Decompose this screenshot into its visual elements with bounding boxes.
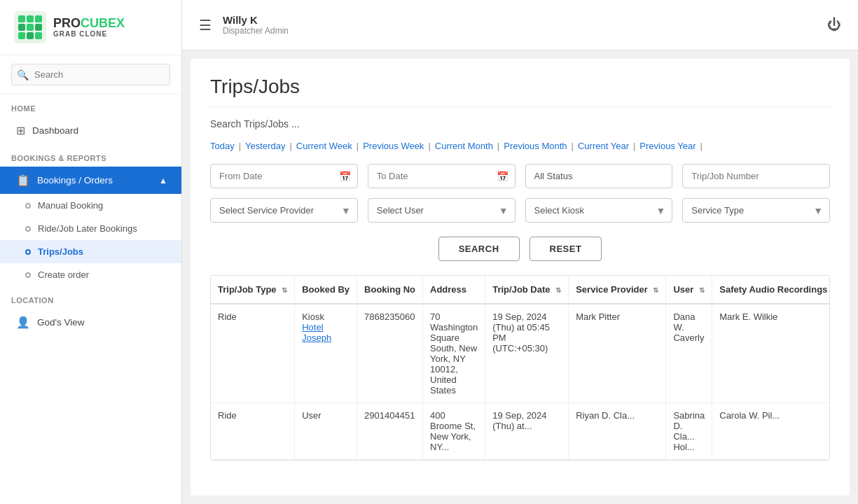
kiosk-select-wrapper: Select Kiosk ▼	[525, 198, 673, 223]
trip-number-wrapper	[682, 164, 830, 188]
search-button[interactable]: SEARCH	[438, 237, 520, 261]
sidebar-sublabel-trips: Trips/Jobs	[38, 246, 83, 257]
filter-current-month[interactable]: Current Month	[435, 139, 493, 153]
search-area: 🔍	[0, 55, 181, 94]
col-trip-date: Trip/Job Date ⇅	[485, 276, 569, 304]
main-area: ☰ Willy K Dispatcher Admin ⏻ Trips/Jobs …	[182, 0, 858, 504]
page-title: Trips/Jobs	[210, 76, 830, 107]
svg-rect-2	[27, 15, 34, 22]
search-input[interactable]	[11, 64, 170, 85]
results-table-wrapper: Trip/Job Type ⇅ Booked By Booking No Add…	[210, 275, 830, 461]
cell-user-1: Dana W. Caverly	[666, 304, 712, 403]
power-icon[interactable]: ⏻	[827, 17, 841, 33]
svg-rect-3	[35, 15, 42, 22]
sidebar-label-gods-view: God's View	[37, 317, 85, 328]
svg-rect-4	[18, 24, 25, 31]
sort-icon[interactable]: ⇅	[653, 286, 658, 294]
sidebar-subitem-create-order[interactable]: Create order	[0, 263, 181, 286]
sidebar-subitem-trips[interactable]: Trips/Jobs	[0, 240, 181, 263]
dot-icon-active	[25, 249, 31, 255]
filter-yesterday[interactable]: Yesterday	[245, 139, 285, 153]
dot-icon	[25, 226, 31, 232]
cell-booking-no-1: 7868235060	[357, 304, 423, 403]
cell-booked-by-2: User	[295, 403, 357, 460]
logo-text: PROCUBEX GRAB CLONE	[53, 17, 125, 38]
service-type-select[interactable]: Service Type Basic Sports	[682, 198, 830, 223]
section-home: HOME	[0, 94, 181, 117]
cell-trip-type-1: Ride	[211, 304, 295, 403]
section-location: LOCATION	[0, 286, 181, 309]
section-bookings: BOOKINGS & REPORTS	[0, 144, 181, 167]
col-safety-audio: Safety Audio Recordings	[712, 276, 830, 304]
sidebar-subitem-ride-later[interactable]: Ride/Job Later Bookings	[0, 217, 181, 240]
filter-previous-week[interactable]: Previous Week	[363, 139, 424, 153]
logo-icon	[14, 11, 46, 43]
cell-booking-no-2: 2901404451	[357, 403, 423, 460]
logo-subtitle: GRAB CLONE	[53, 30, 125, 38]
table-row: Ride Kiosk Hotel Joseph 7868235060 70 Wa…	[211, 304, 830, 403]
to-date-wrapper: 📅	[368, 164, 516, 188]
sidebar-item-bookings[interactable]: 📋 Bookings / Orders ▲	[0, 167, 181, 194]
sort-icon[interactable]: ⇅	[699, 286, 705, 294]
trip-number-input[interactable]	[682, 164, 830, 188]
status-select-wrapper: All Status Active Completed Cancelled	[525, 164, 673, 188]
sidebar-sublabel-ride-later: Ride/Job Later Bookings	[38, 223, 137, 234]
from-date-wrapper: 📅	[210, 164, 358, 188]
cell-trip-date-1: 19 Sep, 2024 (Thu) at 05:45 PM (UTC:+05:…	[485, 304, 569, 403]
to-date-input[interactable]	[368, 164, 516, 188]
sidebar: PROCUBEX GRAB CLONE 🔍 HOME ⊞ Dashboard B…	[0, 0, 182, 504]
date-filter-links: Today | Yesterday | Current Week | Previ…	[210, 139, 830, 153]
from-date-input[interactable]	[210, 164, 358, 188]
col-address: Address	[423, 276, 485, 304]
cell-trip-date-2: 19 Sep, 2024 (Thu) at...	[485, 403, 569, 460]
service-provider-wrapper: Select Service Provider ▼	[210, 198, 358, 223]
filter-current-year[interactable]: Current Year	[578, 139, 629, 153]
menu-icon[interactable]: ☰	[199, 17, 212, 34]
cell-service-provider-1: Mark Pitter	[569, 304, 666, 403]
cell-address-1: 70 Washington Square South, New York, NY…	[423, 304, 485, 403]
sidebar-sublabel-create: Create order	[38, 270, 89, 280]
service-type-wrapper: Service Type Basic Sports ▼	[682, 198, 830, 223]
sidebar-label-dashboard: Dashboard	[32, 125, 78, 136]
list-icon: 📋	[16, 174, 30, 187]
svg-rect-9	[35, 32, 42, 39]
sidebar-subitem-manual-booking[interactable]: Manual Booking	[0, 194, 181, 217]
header: ☰ Willy K Dispatcher Admin ⏻	[182, 0, 858, 50]
page-content: Trips/Jobs Search Trips/Jobs ... Today |…	[191, 59, 850, 496]
filter-current-week[interactable]: Current Week	[296, 139, 352, 153]
search-section-label: Search Trips/Jobs ...	[210, 118, 830, 130]
person-icon: 👤	[16, 316, 30, 329]
col-trip-type: Trip/Job Type ⇅	[211, 276, 295, 304]
user-info: Willy K Dispatcher Admin	[223, 14, 816, 36]
logo-area: PROCUBEX GRAB CLONE	[0, 0, 181, 55]
chevron-up-icon: ▲	[159, 176, 167, 186]
user-select[interactable]: Select User	[368, 198, 516, 223]
svg-rect-8	[27, 32, 34, 39]
cell-address-2: 400 Broome St, New York, NY...	[423, 403, 485, 460]
filter-previous-month[interactable]: Previous Month	[504, 139, 567, 153]
col-booking-no: Booking No	[357, 276, 423, 304]
filter-row-1: 📅 📅 All Status Active Completed Cancelle…	[210, 164, 830, 188]
logo-procubex: PROCUBEX	[53, 17, 125, 31]
sidebar-sublabel-manual: Manual Booking	[38, 200, 103, 211]
filter-today[interactable]: Today	[210, 139, 235, 153]
svg-rect-6	[35, 24, 42, 31]
reset-button[interactable]: RESET	[530, 237, 602, 261]
sort-icon[interactable]: ⇅	[555, 286, 561, 294]
status-select[interactable]: All Status Active Completed Cancelled	[525, 164, 673, 188]
sort-icon[interactable]: ⇅	[282, 286, 287, 294]
table-header-row: Trip/Job Type ⇅ Booked By Booking No Add…	[211, 276, 830, 304]
kiosk-select[interactable]: Select Kiosk	[525, 198, 673, 223]
sidebar-item-gods-view[interactable]: 👤 God's View	[0, 309, 181, 336]
sidebar-item-dashboard[interactable]: ⊞ Dashboard	[0, 117, 181, 144]
user-role: Dispatcher Admin	[223, 26, 816, 36]
cell-service-provider-2: Riyan D. Cla...	[569, 403, 666, 460]
booked-by-link-1[interactable]: Hotel Joseph	[302, 322, 331, 343]
dot-icon	[25, 272, 31, 278]
user-select-wrapper: Select User ▼	[368, 198, 516, 223]
results-table: Trip/Job Type ⇅ Booked By Booking No Add…	[211, 276, 830, 460]
grid-icon: ⊞	[16, 124, 25, 137]
service-provider-select[interactable]: Select Service Provider	[210, 198, 358, 223]
filter-previous-year[interactable]: Previous Year	[639, 139, 696, 153]
sidebar-label-bookings: Bookings / Orders	[37, 175, 113, 186]
